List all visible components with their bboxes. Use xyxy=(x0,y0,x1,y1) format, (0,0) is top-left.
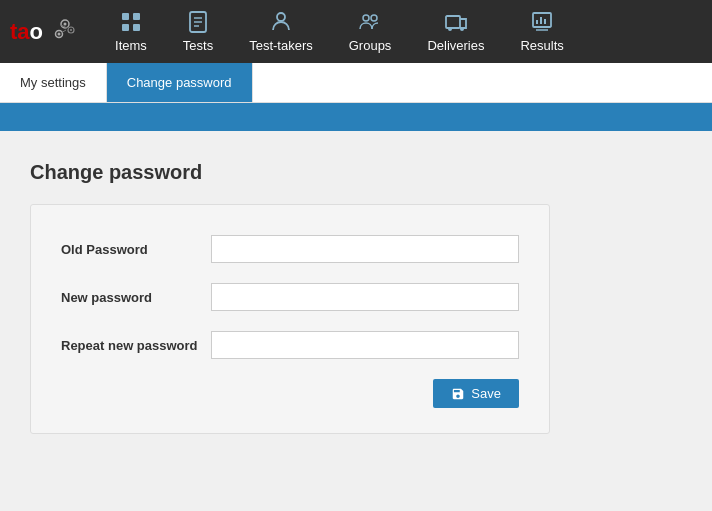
nav-item-test-takers[interactable]: Test-takers xyxy=(231,0,331,63)
test-takers-icon xyxy=(269,10,293,34)
nav-label-groups: Groups xyxy=(349,38,392,53)
sub-nav-label-my-settings: My settings xyxy=(20,75,86,90)
page-title: Change password xyxy=(30,161,682,184)
deliveries-icon xyxy=(444,10,468,34)
save-icon xyxy=(451,387,465,401)
svg-rect-11 xyxy=(122,24,129,31)
svg-rect-12 xyxy=(133,24,140,31)
svg-point-3 xyxy=(70,29,72,31)
svg-point-21 xyxy=(448,27,452,31)
nav-label-test-takers: Test-takers xyxy=(249,38,313,53)
save-button[interactable]: Save xyxy=(433,379,519,408)
tests-icon xyxy=(186,10,210,34)
new-password-input[interactable] xyxy=(211,283,519,311)
blue-bar xyxy=(0,103,712,131)
repeat-password-row: Repeat new password xyxy=(61,331,519,359)
svg-rect-20 xyxy=(446,16,460,28)
save-button-label: Save xyxy=(471,386,501,401)
logo-icon xyxy=(45,16,77,48)
sub-nav-label-change-password: Change password xyxy=(127,75,232,90)
nav-label-deliveries: Deliveries xyxy=(427,38,484,53)
sub-nav-my-settings[interactable]: My settings xyxy=(0,63,107,102)
svg-rect-10 xyxy=(133,13,140,20)
svg-point-17 xyxy=(277,13,285,21)
sub-nav-change-password[interactable]: Change password xyxy=(107,63,253,102)
nav-item-results[interactable]: Results xyxy=(502,0,581,63)
nav-label-items: Items xyxy=(115,38,147,53)
nav-item-deliveries[interactable]: Deliveries xyxy=(409,0,502,63)
logo-text: tao xyxy=(10,19,43,45)
nav-label-results: Results xyxy=(520,38,563,53)
svg-point-18 xyxy=(363,15,369,21)
results-icon xyxy=(530,10,554,34)
svg-point-5 xyxy=(58,32,61,35)
old-password-label: Old Password xyxy=(61,242,211,257)
svg-point-19 xyxy=(371,15,377,21)
form-actions: Save xyxy=(61,379,519,408)
nav-item-items[interactable]: Items xyxy=(97,0,165,63)
svg-rect-9 xyxy=(122,13,129,20)
repeat-password-label: Repeat new password xyxy=(61,338,211,353)
groups-icon xyxy=(358,10,382,34)
new-password-label: New password xyxy=(61,290,211,305)
top-navigation: tao Items xyxy=(0,0,712,63)
nav-items: Items Tests Test-takers xyxy=(97,0,702,63)
repeat-password-input[interactable] xyxy=(211,331,519,359)
svg-point-22 xyxy=(460,27,464,31)
old-password-row: Old Password xyxy=(61,235,519,263)
items-icon xyxy=(119,10,143,34)
nav-item-groups[interactable]: Groups xyxy=(331,0,410,63)
nav-item-tests[interactable]: Tests xyxy=(165,0,231,63)
new-password-row: New password xyxy=(61,283,519,311)
old-password-input[interactable] xyxy=(211,235,519,263)
svg-point-1 xyxy=(64,22,67,25)
sub-navigation: My settings Change password xyxy=(0,63,712,103)
change-password-form: Old Password New password Repeat new pas… xyxy=(30,204,550,434)
main-content: Change password Old Password New passwor… xyxy=(0,131,712,511)
logo: tao xyxy=(10,16,77,48)
nav-label-tests: Tests xyxy=(183,38,213,53)
